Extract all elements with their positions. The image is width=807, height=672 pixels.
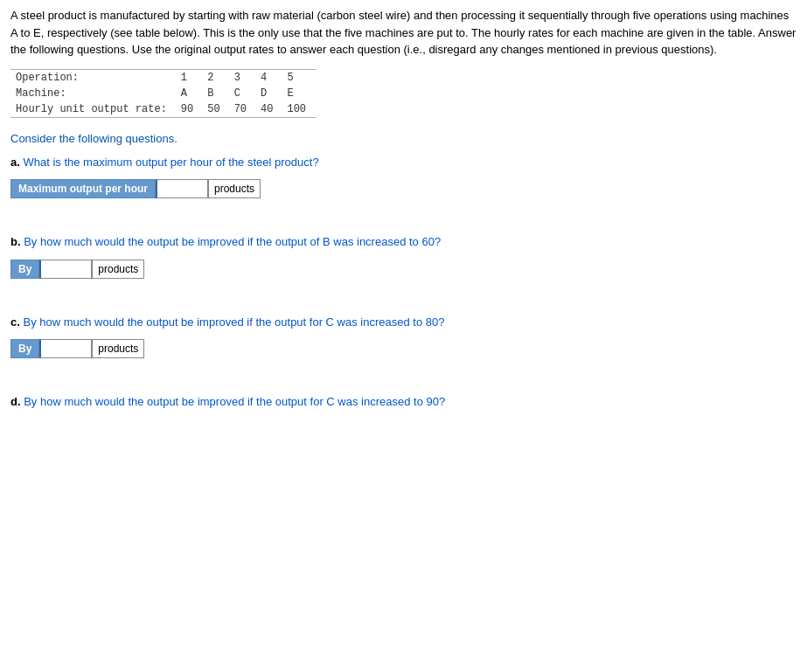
intro-paragraph: A steel product is manufactured by start… — [10, 7, 797, 59]
machine-e: E — [283, 86, 317, 101]
answer-a-row: Maximum output per hour products — [10, 179, 797, 198]
question-b-label: b. — [10, 235, 21, 248]
question-a-body: What is the maximum output per hour of t… — [20, 156, 319, 169]
machine-a: A — [177, 86, 204, 101]
question-b-text: b. By how much would the output be impro… — [10, 233, 797, 251]
answer-c-row: By products — [10, 339, 797, 358]
rate-1: 90 — [177, 101, 204, 118]
rate-5: 100 — [283, 101, 317, 118]
op-4: 4 — [257, 69, 283, 86]
question-d-label: d. — [10, 395, 21, 408]
rate-4: 40 — [257, 101, 283, 118]
op-5: 5 — [283, 69, 317, 86]
question-c-label: c. — [10, 315, 20, 329]
question-b-section: b. By how much would the output be impro… — [10, 233, 797, 279]
question-c-section: c. By how much would the output be impro… — [10, 314, 797, 359]
consider-text: Consider the following questions. — [10, 132, 797, 145]
question-c-body: By how much would the output be improved… — [20, 315, 445, 329]
op-1: 1 — [177, 69, 204, 86]
op-2: 2 — [204, 69, 230, 86]
machine-b: B — [204, 86, 230, 101]
max-output-label: Maximum output per hour — [10, 179, 156, 198]
products-label-b: products — [92, 260, 144, 279]
question-a-section: a. What is the maximum output per hour o… — [10, 154, 797, 199]
machine-c: C — [231, 86, 257, 101]
question-a-text: a. What is the maximum output per hour o… — [10, 154, 797, 171]
machine-label: Machine: — [10, 86, 177, 101]
question-b-body: By how much would the output be improved… — [21, 235, 442, 248]
question-d-body: By how much would the output be improved… — [21, 395, 446, 408]
table-row-operation: Operation: 1 2 3 4 5 — [10, 69, 317, 86]
rate-label: Hourly unit output rate: — [10, 101, 177, 118]
by-input-c[interactable] — [39, 339, 92, 358]
operations-table: Operation: 1 2 3 4 5 Machine: A B C D E … — [10, 69, 317, 118]
rate-2: 50 — [204, 101, 230, 118]
by-input-b[interactable] — [39, 260, 92, 279]
rate-3: 70 — [231, 101, 257, 118]
machine-d: D — [257, 86, 283, 101]
products-label-c: products — [92, 339, 144, 358]
question-d-text: d. By how much would the output be impro… — [10, 393, 797, 411]
question-c-text: c. By how much would the output be impro… — [10, 314, 797, 331]
products-label-a: products — [208, 179, 261, 198]
question-d-section: d. By how much would the output be impro… — [10, 393, 797, 411]
by-label-c: By — [10, 339, 39, 358]
by-label-b: By — [10, 260, 39, 279]
table-row-machine: Machine: A B C D E — [10, 86, 317, 101]
max-output-input[interactable] — [156, 179, 208, 198]
table-row-rate: Hourly unit output rate: 90 50 70 40 100 — [10, 101, 317, 118]
question-a-label: a. — [10, 156, 20, 169]
op-3: 3 — [231, 69, 257, 86]
answer-b-row: By products — [10, 260, 797, 279]
operation-label: Operation: — [10, 69, 177, 86]
